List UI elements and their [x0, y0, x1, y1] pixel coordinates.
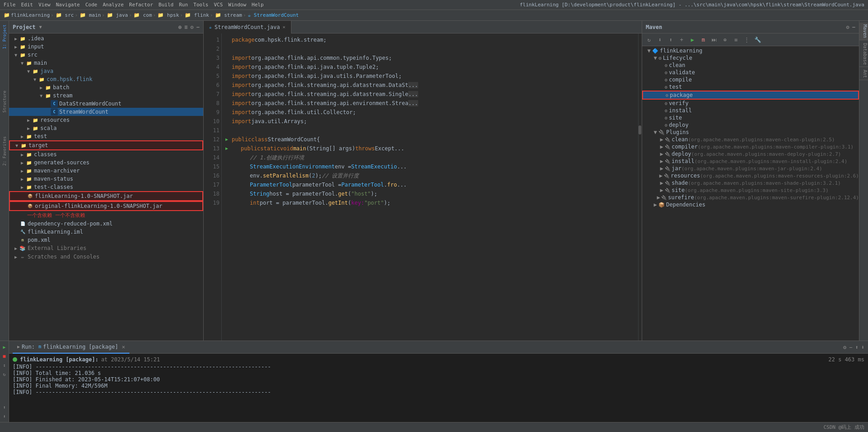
run-tab[interactable]: ▶ Run: m flinkLearning [package] ✕	[13, 341, 129, 354]
maven-plugin-install[interactable]: ▶ 🔌 install (org.apache.maven.plugins:ma…	[642, 158, 859, 165]
menu-navigate[interactable]: Navigate	[56, 2, 80, 8]
scroll-down-bottom[interactable]: ⬇	[861, 344, 864, 350]
tree-arrow[interactable]: ▶	[19, 152, 25, 157]
maven-item-verify[interactable]: ⚙ verify	[642, 100, 859, 107]
tree-item-jar1[interactable]: 📦 flinkLearning-1.0-SNAPSHOT.jar	[9, 191, 203, 201]
menu-view[interactable]: View	[38, 2, 51, 8]
tree-item-test[interactable]: ▶ 📁 test	[9, 132, 203, 140]
editor-scrollbar[interactable]	[638, 34, 642, 341]
add-icon[interactable]: +	[677, 36, 686, 44]
scroll-up-bottom[interactable]: ⬆	[855, 344, 858, 350]
settings-icon[interactable]: ⚙	[191, 24, 194, 30]
tree-arrow[interactable]: ▼	[25, 69, 32, 74]
breadcrumb-flink[interactable]: 📁 flink ›	[185, 12, 213, 18]
tree-arrow[interactable]: ▶	[13, 254, 19, 259]
maven-item-deploy[interactable]: ⚙ deploy	[642, 121, 859, 129]
tree-arrow[interactable]: ▼	[14, 143, 20, 148]
tree-arrow[interactable]: ▶	[25, 126, 32, 131]
maven-plugin-jar[interactable]: ▶ 🔌 jar (org.apache.maven.plugins:maven-…	[642, 165, 859, 172]
tree-item-resources[interactable]: ▶ 📁 resources	[9, 116, 203, 124]
maven-item-lifecycle[interactable]: ▼ ⚙ Lifecycle	[642, 54, 859, 62]
scroll-icon[interactable]: ↕	[0, 361, 9, 369]
tree-item-pom[interactable]: m pom.xml	[9, 236, 203, 244]
tree-item-com-hpsk-flink[interactable]: ▼ 📁 com.hpsk.flink	[9, 75, 203, 83]
tree-arrow[interactable]: ▶	[25, 118, 32, 123]
locate-icon[interactable]: ⊕	[178, 24, 181, 30]
tree-item-batch[interactable]: ▶ 📁 batch	[9, 83, 203, 91]
maven-plugin-deploy[interactable]: ▶ 🔌 deploy (org.apache.maven.plugins:mav…	[642, 150, 859, 158]
menu-edit[interactable]: Edit	[21, 2, 33, 8]
run-icon-left[interactable]: ▶	[0, 343, 9, 351]
maven-arrow[interactable]: ▼	[652, 55, 658, 61]
favorites-icon[interactable]: 2: Favorites	[0, 134, 9, 168]
up-arrow-icon[interactable]: ⬆	[0, 403, 9, 411]
breadcrumb-com[interactable]: 📁 com ›	[134, 12, 156, 18]
minimize-icon[interactable]: −	[196, 24, 200, 30]
minimize-bottom[interactable]: −	[849, 344, 852, 350]
tree-arrow[interactable]: ▶	[13, 246, 19, 251]
tree-arrow[interactable]: ▶	[19, 160, 25, 165]
down-arrow-icon[interactable]: ⬇	[0, 412, 9, 420]
breadcrumb-java[interactable]: 📁 java ›	[107, 12, 132, 18]
maven-plugin-resources[interactable]: ▶ 🔌 resources (org.apache.maven.plugins:…	[642, 172, 859, 179]
maven-item-plugins[interactable]: ▼ 🔌 Plugins	[642, 129, 859, 136]
maven-arrow[interactable]: ▼	[652, 129, 658, 135]
tree-item-java[interactable]: ▼ 📁 java	[9, 67, 203, 75]
menu-code[interactable]: Code	[85, 2, 97, 8]
maven-item-package[interactable]: ⚙ package	[642, 91, 859, 100]
tree-item-target[interactable]: ▼ 📁 target	[9, 140, 203, 150]
list-icon[interactable]: ≡	[732, 36, 740, 44]
settings-icon[interactable]: ⚙	[846, 24, 849, 30]
tree-item-scala[interactable]: ▶ 📁 scala	[9, 124, 203, 132]
tree-icon[interactable]: ⋮	[743, 36, 751, 44]
tree-item-stream[interactable]: ▼ 📁 stream	[9, 91, 203, 100]
tree-item-scratches[interactable]: ▶ ✏️ Scratches and Consoles	[9, 252, 203, 261]
rerun-icon[interactable]: ↻	[0, 370, 9, 378]
tab-close-icon[interactable]: ✕	[283, 24, 286, 29]
tree-item-classes[interactable]: ▶ 📁 classes	[9, 150, 203, 158]
run-icon[interactable]: ▶	[688, 36, 696, 44]
refresh-icon[interactable]: ↻	[645, 36, 653, 44]
menu-file[interactable]: File	[4, 2, 16, 8]
breadcrumb-src[interactable]: 📁 src ›	[56, 12, 78, 18]
project-icon[interactable]: 1: Project	[0, 23, 9, 51]
maven-item-test[interactable]: ⚙ test	[642, 83, 859, 91]
breadcrumb-main[interactable]: 📁 main ›	[80, 12, 105, 18]
tree-item-streamwordcount[interactable]: C StreamWordCount	[9, 108, 203, 116]
tree-arrow[interactable]: ▶	[19, 177, 25, 182]
maven-arrow[interactable]: ▼	[646, 48, 652, 54]
tree-item-maven-status[interactable]: ▶ 📁 maven-status	[9, 175, 203, 183]
tree-item-pom-reduced[interactable]: 📄 dependency-reduced-pom.xml	[9, 220, 203, 228]
tree-arrow[interactable]: ▼	[38, 93, 44, 98]
tree-item-input[interactable]: ▶ 📁 input	[9, 43, 203, 51]
maven-arrow[interactable]: ▶	[652, 202, 658, 208]
tree-arrow[interactable]: ▶	[19, 134, 25, 139]
tree-item-generated-sources[interactable]: ▶ 📁 generated-sources	[9, 158, 203, 167]
maven-plugin-compiler[interactable]: ▶ 🔌 compiler (org.apache.maven.plugins:m…	[642, 143, 859, 150]
tree-arrow[interactable]: ▶	[19, 185, 25, 190]
tree-arrow[interactable]: ▶	[38, 85, 44, 90]
skip-icon[interactable]: ⏭	[710, 36, 718, 44]
tree-item-test-classes[interactable]: ▶ 📁 test-classes	[9, 183, 203, 191]
tree-arrow[interactable]: ▶	[19, 168, 25, 173]
tree-arrow[interactable]: ▼	[32, 77, 38, 82]
menu-tools[interactable]: Tools	[193, 2, 208, 8]
maven-item-site[interactable]: ⚙ site	[642, 114, 859, 121]
run-tab-close[interactable]: ✕	[122, 344, 125, 350]
wrench-icon[interactable]: 🔧	[754, 36, 762, 44]
breadcrumb-streamwordcount[interactable]: ☕ StreamWordCount	[248, 12, 299, 18]
tree-item-idea[interactable]: ▶ 📁 .idea	[9, 34, 203, 43]
tree-item-src[interactable]: ▼ 📁 src	[9, 51, 203, 59]
settings-icon-bottom[interactable]: ⚙	[843, 344, 846, 350]
menu-run[interactable]: Run	[179, 2, 188, 8]
maven-plugin-surefire[interactable]: ▶ 🔌 surefire (org.apache.maven.plugins:m…	[642, 194, 859, 201]
maven-item-dependencies[interactable]: ▶ 📦 Dependencies	[642, 201, 859, 208]
tree-arrow[interactable]: ▼	[19, 61, 25, 66]
tree-item-datastreamwordcount[interactable]: C DataStreamWordCount	[9, 100, 203, 108]
download-icon[interactable]: ⬇	[656, 36, 664, 44]
collapse-icon[interactable]: ≡	[184, 24, 187, 30]
tree-item-maven-archiver[interactable]: ▶ 📁 maven-archiver	[9, 167, 203, 175]
maven-item-validate[interactable]: ⚙ validate	[642, 69, 859, 76]
stop-icon[interactable]: ■	[0, 352, 9, 360]
breadcrumb-hpsk[interactable]: 📁 hpsk ›	[157, 12, 183, 18]
